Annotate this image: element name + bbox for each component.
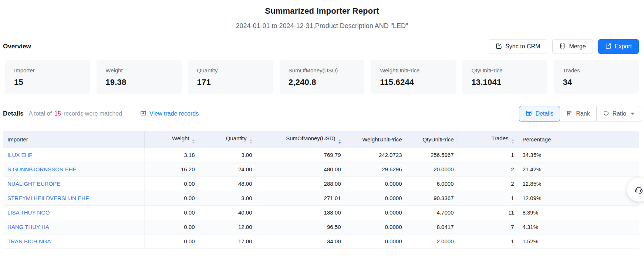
cell-importer: ILUX EHF [3, 148, 144, 162]
stat-card-weightunitprice: WeightUnitPrice115.6244 [371, 60, 456, 94]
view-mode-switcher: Details Rank Ratio [519, 106, 641, 121]
cell-percentage: 21.42% [518, 162, 639, 176]
table-row: LISA THUY NGO0.0040.00188.000.00004.7000… [3, 205, 639, 220]
cell-sumofmoney-usd: 96.50 [256, 220, 345, 234]
cell-sumofmoney-usd: 188.00 [256, 205, 345, 220]
importer-link[interactable]: TRAN BICH NGA [7, 238, 51, 244]
cell-trades: 7 [458, 220, 518, 234]
cell-qtyunitprice: 6.0000 [406, 176, 458, 191]
cell-weightunitprice: 0.0000 [345, 220, 406, 234]
importer-link[interactable]: ILUX EHF [7, 152, 33, 158]
overview-actions: Sync to CRM Merge [489, 39, 639, 54]
cell-quantity: 24.00 [199, 162, 256, 176]
cell-weight: 3.18 [144, 148, 199, 162]
cell-importer: TRAN BICH NGA [3, 234, 144, 248]
stat-card-value: 15 [14, 78, 90, 87]
matched-summary: A total of 15 records were matched [29, 110, 122, 117]
stat-card-value: 115.6244 [380, 78, 456, 87]
cell-percentage: 12.09% [518, 191, 639, 205]
export-label: Export [615, 43, 632, 50]
column-label: Weight [172, 135, 189, 141]
column-label: WeightUnitPrice [362, 136, 402, 143]
stat-card-value: 2,240.8 [289, 78, 364, 87]
column-header-weightunitprice: WeightUnitPrice [345, 131, 406, 148]
cell-trades: 2 [458, 162, 518, 176]
cell-importer: S GUNNBJORNSSON EHF [3, 162, 144, 176]
stat-card-label: Trades [563, 67, 639, 73]
tab-details[interactable]: Details [519, 106, 560, 121]
sort-carets-icon [511, 139, 514, 144]
importer-link[interactable]: HANG THUY HA [7, 224, 49, 230]
export-button[interactable]: Export [598, 39, 639, 54]
cell-quantity: 3.00 [199, 191, 256, 205]
cell-qtyunitprice: 2.0000 [406, 234, 458, 248]
cell-weightunitprice: 0.0000 [345, 176, 406, 191]
cell-qtyunitprice: 8.0417 [406, 220, 458, 234]
tab-rank[interactable]: Rank [560, 106, 596, 121]
column-label: Quantity [226, 135, 247, 141]
cell-percentage: 4.31% [518, 220, 639, 234]
column-header-percentage: Percentage [518, 131, 639, 148]
overview-bar: Overview Sync to CRM [3, 39, 639, 54]
cell-importer: LISA THUY NGO [3, 205, 144, 220]
cell-percentage: 34.35% [518, 148, 639, 162]
stat-card-label: WeightUnitPrice [380, 67, 456, 73]
importer-link[interactable]: LISA THUY NGO [7, 209, 50, 216]
cell-quantity: 17.00 [199, 234, 256, 248]
vertical-divider [131, 111, 131, 117]
cell-trades: 1 [458, 148, 518, 162]
sync-icon [496, 43, 502, 51]
merge-button[interactable]: Merge [552, 39, 593, 54]
column-header-sumofmoney-usd[interactable]: SumOfMoney(USD) [256, 131, 345, 148]
sync-to-crm-button[interactable]: Sync to CRM [489, 39, 547, 54]
stat-card-label: Importer [14, 67, 90, 73]
column-header-quantity[interactable]: Quantity [199, 131, 256, 148]
cell-quantity: 48.00 [199, 176, 256, 191]
table-header-row: ImporterWeightQuantitySumOfMoney(USD)Wei… [3, 131, 639, 148]
importer-link[interactable]: S GUNNBJORNSSON EHF [7, 166, 76, 172]
importer-link[interactable]: NUALIGHT EUROPE [7, 181, 60, 187]
importer-link[interactable]: STREYMI HEILDVERSLUN EHF [7, 195, 89, 201]
tab-ratio[interactable]: Ratio [596, 106, 641, 121]
merge-label: Merge [569, 43, 586, 50]
column-header-weight[interactable]: Weight [144, 131, 199, 148]
column-header-trades[interactable]: Trades [458, 131, 518, 148]
column-label: QtyUnitPrice [422, 136, 454, 143]
matched-count: 15 [54, 110, 61, 117]
cell-importer: NUALIGHT EUROPE [3, 176, 144, 191]
stat-card-importer: Importer15 [5, 60, 90, 94]
cell-weight: 0.00 [144, 176, 199, 191]
sort-carets-icon [192, 139, 195, 144]
column-label: Trades [491, 135, 508, 141]
details-heading: Details [3, 110, 24, 117]
cell-weightunitprice: 0.0000 [345, 191, 406, 205]
sort-carets-icon [338, 139, 341, 144]
table-row: S GUNNBJORNSSON EHF16.2024.00480.0029.62… [3, 162, 639, 176]
stat-card-label: Weight [105, 67, 181, 73]
headset-icon [634, 184, 644, 195]
export-icon [605, 43, 611, 51]
ratio-circle-icon [603, 110, 609, 118]
cell-importer: STREYMI HEILDVERSLUN EHF [3, 191, 144, 205]
cell-weight: 16.20 [144, 162, 199, 176]
cell-trades: 1 [458, 191, 518, 205]
stat-card-value: 171 [197, 78, 273, 87]
cell-percentage: 12.85% [518, 176, 639, 191]
table-row: ILUX EHF3.183.00769.79242.0723256.596713… [3, 148, 639, 162]
overview-heading: Overview [3, 43, 31, 50]
column-label: Percentage [523, 136, 551, 143]
sync-to-crm-label: Sync to CRM [505, 43, 540, 50]
column-label: Importer [7, 136, 28, 143]
cell-trades: 1 [458, 234, 518, 248]
cell-qtyunitprice: 20.0000 [406, 162, 458, 176]
table-row: STREYMI HEILDVERSLUN EHF0.003.00271.010.… [3, 191, 639, 205]
stat-card-quantity: Quantity171 [188, 60, 273, 94]
view-trade-records-link[interactable]: View trade records [140, 110, 199, 118]
cell-weight: 0.00 [144, 191, 199, 205]
tab-rank-label: Rank [576, 110, 590, 117]
column-header-importer: Importer [3, 131, 144, 148]
cell-quantity: 40.00 [199, 205, 256, 220]
cell-weight: 0.00 [144, 234, 199, 248]
cell-quantity: 3.00 [199, 148, 256, 162]
trade-records-icon [140, 110, 146, 118]
